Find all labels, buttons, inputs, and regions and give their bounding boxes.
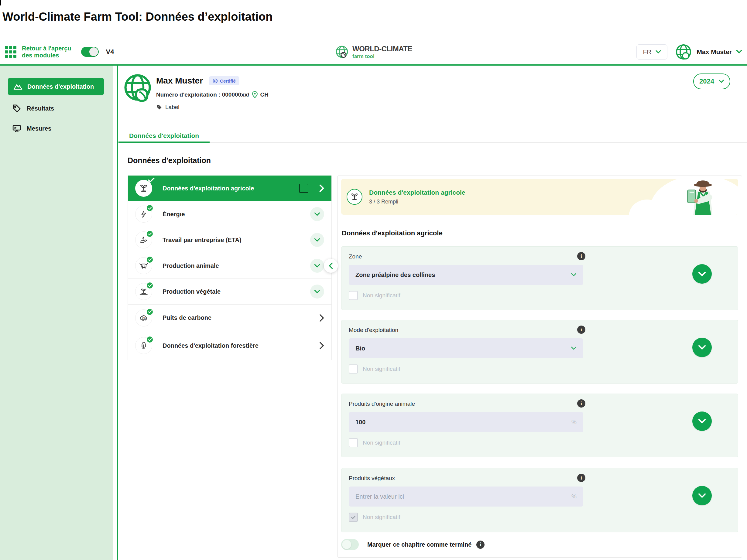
panel-progress: 3 / 3 Rempli [369,198,465,205]
user-menu[interactable]: Max Muster [675,43,742,61]
percent-unit: % [571,419,576,425]
chevron-down-icon [698,271,706,277]
field-mode-exploitation: Mode d'exploitation i Bio Non significat… [341,320,738,383]
sprout-icon [135,180,152,197]
v4-toggle-label: V4 [106,48,114,56]
language-value: FR [643,48,651,56]
mode-select[interactable]: Bio [349,338,583,358]
back-to-modules-button[interactable]: Retour à l'aperçu des modules V4 [5,45,114,59]
expand-button[interactable] [310,233,324,247]
chapter-detail-panel: Données d'exploitation agricole 3 / 3 Re… [337,176,742,558]
language-select[interactable]: FR [637,44,667,59]
chevron-down-icon [571,347,576,350]
v4-toggle[interactable] [81,47,99,57]
info-icon[interactable]: i [476,540,485,549]
presentation-icon [12,124,21,133]
confirm-button[interactable] [692,486,712,505]
plant-products-input-wrap: % [349,486,583,507]
expand-button[interactable] [310,259,324,273]
field-zone: Zone i Zone préalpine des collines Non s… [341,246,738,310]
chapter-complete-label: Marquer ce chapitre comme terminé [367,541,471,548]
farmer-illustration [680,180,725,215]
field-label: Produits végétaux [349,475,738,482]
chevron-down-icon [314,212,320,216]
non-significatif-checkbox[interactable] [349,365,358,374]
accordion-item-production-animale[interactable]: Production animale [128,253,331,278]
field-label: Produits d'origine animale [349,401,738,407]
sidebar-item-mesures[interactable]: Mesures [12,124,51,133]
accordion-item-puits-carbone[interactable]: CO₂ Puits de carbone [128,304,331,331]
accordion-item-energie[interactable]: Énergie [128,201,331,227]
profile-name: Max Muster [156,76,203,86]
animal-products-input[interactable] [355,419,571,426]
non-significatif-checkbox[interactable] [349,513,358,522]
check-icon [351,515,356,519]
user-name: Max Muster [697,48,732,56]
accordion-item-label: Données d'exploitation agricole [162,185,254,192]
accordion-item-donnees-forestiere[interactable]: Données d'exploitation forestière [128,331,331,360]
chevron-down-icon [718,80,724,83]
confirm-button[interactable] [692,264,712,284]
done-check-icon [146,308,153,316]
farm-number: Numéro d'exploitation : 000000xx/ [156,91,250,98]
percent-unit: % [571,493,576,500]
year-select[interactable]: 2024 [693,74,730,89]
sidebar-item-resultats[interactable]: Résultats [12,104,54,113]
page-title: World-Climate Farm Tool: Données d’explo… [2,10,273,23]
info-icon[interactable]: i [577,399,585,407]
collapse-panel-button[interactable] [324,259,338,273]
form-title: Données d'exploitation agricole [342,229,443,237]
chapter-complete-toggle[interactable] [341,539,359,550]
toggle-knob [342,540,351,549]
select-value: Bio [355,345,365,352]
accordion-item-production-vegetale[interactable]: Production végétale [128,278,331,304]
chevron-right-icon[interactable] [319,314,324,322]
chapter-checkbox[interactable] [299,184,308,193]
info-icon[interactable]: i [577,325,585,334]
plant-products-input[interactable] [355,493,571,500]
field-produits-animale: Produits d'origine animale i % Non signi… [341,394,738,457]
sidebar-item-label: Données d'exploitation [27,83,94,90]
panel-header: Données d'exploitation agricole 3 / 3 Re… [341,179,738,215]
globe-leaf-logo-icon [335,45,349,59]
logo-subtitle: farm tool [352,53,412,59]
chevron-left-icon [329,262,333,269]
tree-icon [135,337,152,354]
chevron-down-icon [736,50,742,54]
done-check-icon [146,230,153,238]
accordion-item-donnees-agricole[interactable]: Données d'exploitation agricole [128,176,331,201]
app-logo: WORLD-CLIMATE farm tool [335,44,412,59]
info-icon[interactable]: i [577,252,585,260]
plant-icon [135,283,152,300]
chapter-complete-row: Marquer ce chapitre comme terminé i [341,539,485,550]
svg-text:CO₂: CO₂ [142,316,146,319]
chevron-down-icon [698,493,706,498]
select-value: Zone préalpine des collines [355,271,435,278]
accordion-item-travail-eta[interactable]: Travail par entreprise (ETA) [128,227,331,253]
confirm-button[interactable] [692,411,712,431]
chevron-down-icon [314,264,320,268]
expand-button[interactable] [310,285,324,298]
sidebar-divider [117,65,118,560]
certified-badge: Certifié [209,76,239,85]
tab-donnees-exploitation[interactable]: Données d'exploitation [119,130,210,143]
field-label: Mode d'exploitation [349,327,738,334]
non-significatif-checkbox[interactable] [349,438,358,447]
non-significatif-checkbox[interactable] [349,291,358,300]
check-icon [148,177,155,183]
accordion-item-label: Puits de carbone [162,314,211,321]
certificate-icon [213,78,218,83]
info-icon[interactable]: i [577,474,585,482]
modules-grid-icon [5,46,17,58]
certified-label: Certifié [220,78,236,83]
expand-button[interactable] [310,207,324,221]
sidebar-item-label: Résultats [27,105,54,112]
sidebar: Données d'exploitation Résultats Mesures [0,65,113,560]
accordion-item-label: Énergie [162,211,185,218]
back-to-modules-label: Retour à l'aperçu des modules [22,45,71,59]
zone-select[interactable]: Zone préalpine des collines [349,265,583,285]
chevron-right-icon[interactable] [319,342,324,350]
sidebar-item-donnees-exploitation[interactable]: Données d'exploitation [8,78,104,95]
confirm-button[interactable] [692,338,712,357]
chevron-right-icon [319,184,324,192]
